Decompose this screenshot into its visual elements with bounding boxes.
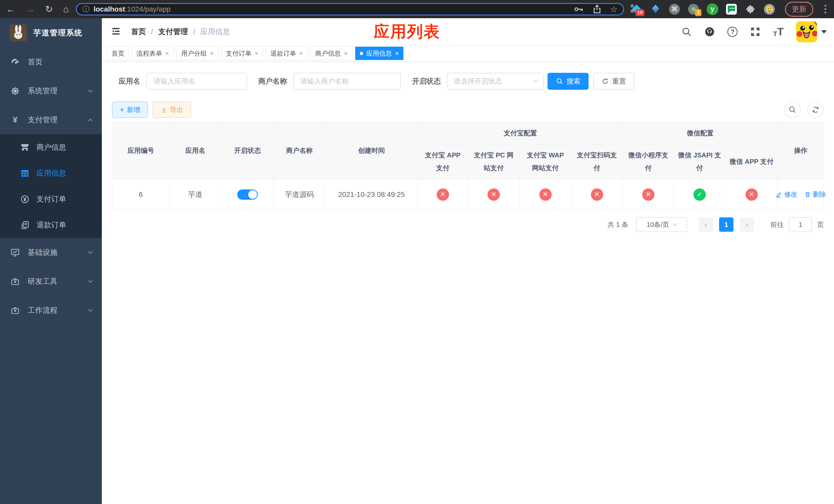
- sidebar-item-infrastructure[interactable]: 基础设施: [0, 238, 102, 267]
- sidebar-item-dev-tools[interactable]: 研发工具: [0, 267, 102, 296]
- share-icon[interactable]: [592, 4, 602, 15]
- navbar-actions: ? TT: [681, 21, 827, 42]
- tab-refund-orders[interactable]: 退款订单×: [266, 47, 308, 60]
- chevron-down-icon: [673, 222, 678, 226]
- password-key-icon[interactable]: [573, 4, 584, 15]
- url-text[interactable]: localhost:1024/pay/app: [94, 5, 573, 13]
- extension-chat-icon[interactable]: [725, 3, 737, 15]
- tab-pay-orders[interactable]: 支付订单×: [221, 47, 263, 60]
- search-icon[interactable]: [681, 26, 692, 37]
- documents-icon: [20, 220, 30, 230]
- browser-forward-button[interactable]: →: [26, 5, 35, 14]
- sidebar-item-label: 研发工具: [28, 276, 58, 287]
- sidebar-logo[interactable]: 芋道管理系统: [0, 18, 102, 47]
- status-select[interactable]: 请选择开启状态: [447, 73, 544, 90]
- close-icon[interactable]: ×: [210, 49, 214, 58]
- page-unit-label: 页: [817, 220, 824, 229]
- chevron-down-icon: [88, 249, 93, 254]
- extension-tabs-icon[interactable]: 10: [631, 3, 642, 15]
- edit-pen-icon: [775, 191, 782, 198]
- col-merchant: 商户名称: [274, 122, 325, 179]
- sidebar-item-label: 首页: [28, 57, 43, 67]
- browser-reload-button[interactable]: ↻: [45, 5, 53, 14]
- bookmark-star-icon[interactable]: ☆: [610, 4, 618, 14]
- reset-button[interactable]: 重置: [593, 73, 634, 90]
- delete-link[interactable]: 删除: [804, 190, 826, 199]
- refresh-table-button[interactable]: [807, 101, 824, 118]
- extension-gem-icon[interactable]: [650, 3, 661, 15]
- tab-process-form[interactable]: 流程表单×: [132, 47, 174, 60]
- browser-back-button[interactable]: ←: [6, 5, 15, 14]
- export-button[interactable]: 导出: [153, 101, 191, 118]
- breadcrumb-home[interactable]: 首页: [131, 27, 146, 37]
- chevron-down-icon: [534, 78, 538, 83]
- sidebar-item-system[interactable]: 系统管理: [0, 76, 102, 105]
- col-app-id: 应用编号: [112, 122, 170, 179]
- prev-page-button[interactable]: ‹: [699, 217, 713, 232]
- extension-cmd-icon[interactable]: ⌘: [668, 3, 680, 15]
- sidebar-item-workflow[interactable]: 工作流程: [0, 296, 102, 325]
- show-search-button[interactable]: [784, 101, 801, 118]
- table-grid-icon: [20, 168, 30, 178]
- github-icon[interactable]: [704, 26, 715, 37]
- toolbox-icon: [10, 277, 21, 287]
- browser-home-button[interactable]: ⌂: [63, 5, 69, 14]
- tab-home[interactable]: 首页: [107, 47, 129, 60]
- breadcrumb-current: 应用信息: [200, 27, 230, 37]
- tags-view-bar: 首页 流程表单× 用户分组× 支付订单× 退款订单× 商户信息× 应用信息×: [102, 45, 834, 62]
- browser-update-button[interactable]: 更新: [785, 2, 813, 17]
- sidebar-item-refund-orders[interactable]: 退款订单: [0, 212, 102, 238]
- app-name-input[interactable]: [147, 73, 247, 90]
- sidebar-item-merchant-info[interactable]: 商户信息: [0, 134, 102, 160]
- tab-merchant-info[interactable]: 商户信息×: [311, 47, 352, 60]
- pagination: 共 1 条 10条/页 ‹ 1 › 前往 页: [112, 217, 824, 232]
- sidebar-item-app-info[interactable]: 应用信息: [0, 160, 102, 186]
- col-alipay-pc: 支付宝 PC 网站支付: [468, 144, 520, 179]
- caret-down-icon: [821, 30, 827, 33]
- sidebar-item-pay-orders[interactable]: 支付订单: [0, 186, 102, 212]
- alipay-app-status-icon: ✕: [437, 188, 449, 201]
- tab-app-info[interactable]: 应用信息×: [355, 47, 403, 60]
- profile-avatar-icon[interactable]: [764, 3, 775, 15]
- extension-proxy-icon[interactable]: 1: [687, 3, 699, 15]
- active-dot: [360, 52, 363, 55]
- chevron-down-icon: [88, 278, 93, 283]
- next-page-button[interactable]: ›: [740, 217, 754, 232]
- close-icon[interactable]: ×: [344, 49, 348, 58]
- merchant-name-input[interactable]: [293, 73, 401, 90]
- add-button[interactable]: + 新增: [112, 101, 148, 118]
- col-alipay-app: 支付宝 APP 支付: [418, 144, 468, 179]
- status-toggle[interactable]: [237, 189, 258, 200]
- sidebar-collapse-icon[interactable]: [111, 26, 121, 38]
- status-label: 开启状态: [412, 76, 441, 86]
- close-icon[interactable]: ×: [255, 49, 258, 58]
- breadcrumb: 首页 / 支付管理 / 应用信息: [131, 27, 230, 37]
- font-size-icon[interactable]: TT: [773, 26, 784, 38]
- sidebar-item-label: 工作流程: [28, 305, 58, 316]
- alipay-wap-status-icon: ✕: [539, 188, 552, 201]
- browser-toolbar: ← → ↻ ⌂ ⓘ localhost:1024/pay/app ☆ 10 ⌘ …: [0, 0, 834, 18]
- sidebar-item-home[interactable]: 首页: [0, 47, 102, 76]
- close-icon[interactable]: ×: [395, 49, 399, 58]
- search-icon: [556, 77, 564, 85]
- page-size-select[interactable]: 10条/页: [636, 217, 687, 232]
- extension-y-icon[interactable]: y: [706, 3, 718, 15]
- address-bar[interactable]: ⓘ localhost:1024/pay/app ☆: [76, 3, 624, 15]
- edit-link[interactable]: 修改: [775, 190, 797, 199]
- extensions-puzzle-icon[interactable]: [745, 3, 756, 15]
- browser-menu-icon[interactable]: [822, 4, 829, 14]
- sidebar: 芋道管理系统 首页 系统管理 ¥ 支付管理: [0, 18, 102, 504]
- help-icon[interactable]: ?: [727, 27, 738, 37]
- close-icon[interactable]: ×: [165, 49, 169, 58]
- tab-user-group[interactable]: 用户分组×: [176, 47, 218, 60]
- user-avatar[interactable]: [796, 21, 827, 42]
- close-icon[interactable]: ×: [299, 49, 303, 58]
- search-button[interactable]: 搜索: [548, 73, 589, 90]
- sidebar-item-payment[interactable]: ¥ 支付管理: [0, 105, 102, 134]
- fullscreen-icon[interactable]: [750, 26, 761, 37]
- breadcrumb-payment[interactable]: 支付管理: [158, 27, 188, 37]
- page-1-button[interactable]: 1: [719, 217, 733, 232]
- goto-page-input[interactable]: [789, 217, 812, 232]
- logo-rabbit-image: [10, 24, 27, 41]
- site-info-icon[interactable]: ⓘ: [82, 4, 89, 14]
